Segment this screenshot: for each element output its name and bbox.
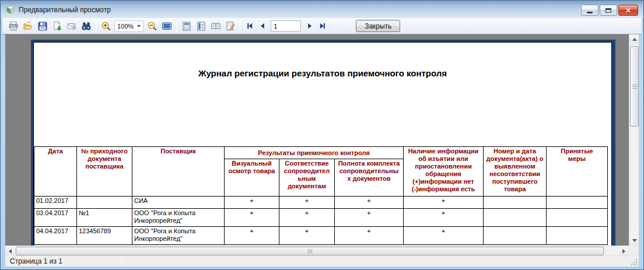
next-page-button[interactable] [303,20,316,33]
statusbar-divider [122,257,123,265]
scroll-down-button[interactable] [629,236,639,246]
table-row: 04.04.2017 123456789 ООО "Рога и Копыта … [34,227,608,245]
cell-completeness: + [335,227,404,245]
horizontal-scrollbar-thumb[interactable] [16,247,604,255]
print-button[interactable] [6,19,20,33]
resize-grip[interactable] [631,258,638,265]
table-row: 01.02.2017 СИА + + + + [34,197,608,209]
header-cell-measures: Принятые меры [547,147,608,197]
arrow-down-icon [632,239,637,242]
cell-conformity: + [279,227,335,245]
full-screen-icon [162,21,172,31]
thumbnails-button[interactable] [208,19,223,33]
thumb-grip [308,249,309,254]
last-page-icon [318,22,327,30]
toolbar-separator [240,20,240,32]
cell-act [484,227,547,245]
cell-supplier: СИА [132,197,225,209]
header-cell-completeness: Полнота комплекта сопроводительны х доку… [335,159,404,197]
cell-visual: + [225,209,279,227]
zoom-in-icon [101,21,111,31]
cell-measures [547,209,608,227]
cell-doc-no: №1 [77,209,132,227]
cell-withdrawal: + [404,197,484,209]
cell-conformity: + [279,209,335,227]
cell-completeness: + [335,197,404,209]
report-table: Дата № приходного документа поставщика П… [34,146,608,245]
cell-supplier: ООО "Рога и Копыта Инкорпорейтед" [132,227,225,245]
close-icon: ✕ [625,7,631,14]
header-cell-conformity: Соответствие сопроводител ьным документа… [279,159,335,197]
header-cell-visual: Визуальный осмотр товара [225,159,279,197]
open-button[interactable] [20,19,35,33]
first-page-icon [245,22,254,30]
cell-withdrawal: + [404,209,484,227]
report-page-border: Журнал регистрации результатов приемочно… [31,40,615,255]
edit-page-icon [225,21,236,31]
horizontal-scrollbar[interactable] [5,246,629,255]
prev-page-button[interactable] [256,20,268,33]
zoom-level-dropdown[interactable]: 100% [114,20,144,32]
edit-page-button[interactable] [223,19,237,33]
export-icon [52,21,62,31]
print-icon [8,21,19,31]
cell-measures [547,197,608,209]
header-cell-results-group: Результаты приемочного контроля [225,147,404,159]
cell-visual: + [225,197,279,209]
cell-completeness: + [335,209,404,227]
find-icon [81,21,92,31]
cell-measures [547,227,608,245]
report-page: Журнал регистрации результатов приемочно… [33,42,612,255]
cell-supplier: ООО "Рога и Копыта Инкорпорейтед" [132,209,225,227]
close-preview-button[interactable]: Закрыть [356,20,400,32]
arrow-left-icon [9,249,12,254]
cell-visual: + [225,227,279,245]
vertical-scrollbar-thumb[interactable] [630,46,639,127]
header-cell-doc-no: № приходного документа поставщика [77,147,132,197]
vertical-scrollbar[interactable] [629,34,639,246]
scroll-up-button[interactable] [629,34,639,44]
export-button[interactable] [50,19,64,33]
full-screen-button[interactable] [159,19,174,33]
arrow-right-icon [622,249,625,254]
cell-doc-no [77,197,132,209]
outline-button[interactable] [194,19,208,33]
thumb-grip [632,85,637,85]
status-bar: Страница 1 из 1 [5,255,639,267]
last-page-button[interactable] [316,20,329,33]
zoom-in-button[interactable] [99,19,113,33]
header-cell-act: Номер и дата документа(акта) о выявленно… [484,147,547,197]
prev-page-icon [258,22,267,30]
minimize-button[interactable] [581,5,598,16]
open-icon [23,21,33,31]
scroll-right-button[interactable] [619,246,629,255]
zoom-level-value: 100% [117,23,134,30]
window-title: Предварительный просмотр [19,6,111,14]
page-settings-icon [181,21,192,31]
toolbar-separator [176,20,177,32]
save-button[interactable] [35,19,50,33]
scrollbar-corner [629,246,639,255]
scroll-left-button[interactable] [5,246,15,255]
arrow-up-icon [632,38,637,41]
page-number-input[interactable] [271,20,301,31]
cell-act [484,197,547,209]
find-button[interactable] [79,19,93,33]
app-cube-icon [6,5,15,15]
table-row: 03.04.2017 №1 ООО "Рога и Копыта Инкорпо… [34,209,608,227]
maximize-button[interactable] [600,5,617,16]
cell-doc-no: 123456789 [77,227,132,245]
report-title: Журнал регистрации результатов приемочно… [34,68,611,78]
chevron-down-icon [137,25,141,27]
zoom-out-button[interactable] [145,19,159,33]
cell-act [484,209,547,227]
titlebar: Предварительный просмотр ✕ [1,1,643,18]
email-button[interactable] [64,19,79,33]
maximize-icon [606,8,611,13]
cell-date: 01.02.2017 [34,197,77,209]
close-window-button[interactable]: ✕ [618,5,638,16]
first-page-button[interactable] [243,20,256,33]
page-settings-button[interactable] [179,19,194,33]
save-icon [37,21,48,31]
cell-date: 04.04.2017 [34,227,77,245]
